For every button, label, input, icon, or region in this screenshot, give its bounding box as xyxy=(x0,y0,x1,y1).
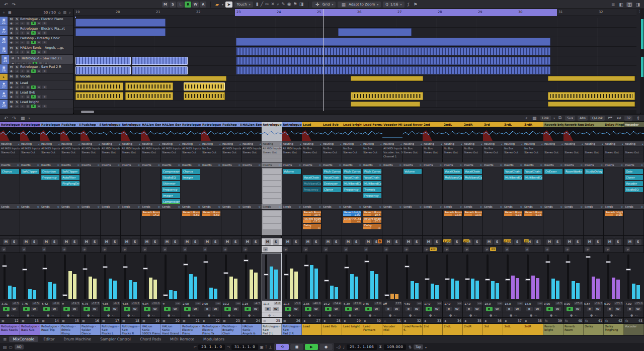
inserts-rack-header[interactable]: Inserts⊙ xyxy=(423,162,443,168)
write-automation-button[interactable]: W xyxy=(273,307,279,311)
channel-eq-curve[interactable] xyxy=(564,127,584,141)
routing-rack-header[interactable]: Routing◂ xyxy=(443,141,463,146)
insert-slot[interactable] xyxy=(263,199,281,204)
peak-value[interactable]: -8.0 xyxy=(52,302,60,305)
inserts-rack[interactable]: Inserts⊙ xyxy=(604,162,624,204)
write-automation-button[interactable]: W xyxy=(575,307,581,311)
filter-icon[interactable]: ▥ xyxy=(63,11,66,15)
mixer-channel[interactable]: HALion Sonic -Routing◂All MIDI InputsSte… xyxy=(141,122,161,335)
rack-bypass-icon[interactable]: ⊙ xyxy=(299,204,301,210)
home-icon[interactable]: ⌂ xyxy=(58,11,60,15)
instrument-button[interactable]: ▤ xyxy=(26,41,30,44)
record-enable-icon[interactable]: ● xyxy=(228,313,230,317)
routing-slot[interactable]: Stereo Out xyxy=(201,150,221,154)
fader-track[interactable] xyxy=(44,254,46,299)
solo-button[interactable]: S xyxy=(212,239,219,245)
record-enable-icon[interactable]: ● xyxy=(449,313,452,317)
track-row[interactable]: ▦21MSRetrologue - Electric Piano●◅e▤RW≣ xyxy=(0,17,73,26)
insert-slot[interactable]: VocalChain xyxy=(524,169,542,174)
fader-db-value[interactable]: -3.31 xyxy=(1,302,8,305)
read-automation-button[interactable]: R xyxy=(164,307,171,311)
fader-track[interactable] xyxy=(607,254,609,299)
instrument-button[interactable]: ▤ xyxy=(26,22,30,25)
solo-button[interactable]: S xyxy=(71,239,78,245)
inserts-rack-header[interactable]: Inserts⊙ xyxy=(382,162,403,168)
peak-value[interactable]: -∞ xyxy=(457,302,462,305)
mixer-channel[interactable]: Delay PingPongRouting◂Stereo OutInserts⊙… xyxy=(604,122,624,335)
fader-track[interactable] xyxy=(567,254,569,299)
rack-bypass-icon[interactable]: ⊙ xyxy=(138,204,140,210)
routing-slot[interactable]: All MIDI Inputs xyxy=(242,146,262,150)
insert-slot[interactable]: VocalChain xyxy=(504,169,522,174)
routing-rack-header[interactable]: Routing◂ xyxy=(181,141,201,146)
routing-slot[interactable]: All MIDI Inputs xyxy=(382,146,403,150)
read-automation-button[interactable]: R xyxy=(486,307,493,311)
insert-slot[interactable]: Distortion xyxy=(41,169,59,174)
write-automation-button[interactable]: W xyxy=(414,307,420,311)
edit-channel-button[interactable]: e xyxy=(62,247,66,251)
insert-slot[interactable]: MultibandCom..r xyxy=(343,181,361,186)
sends-rack[interactable]: Sends⊙ xyxy=(0,204,20,236)
record-enable-icon[interactable]: ● xyxy=(329,313,331,317)
routing-slot[interactable]: Stereo Out xyxy=(624,150,644,154)
read-automation-button[interactable]: R xyxy=(31,69,36,73)
routing-slot[interactable]: Vocoder: Ins. 3 xyxy=(382,150,403,154)
routing-slot[interactable] xyxy=(423,154,443,158)
send-slot[interactable] xyxy=(263,224,281,229)
send-slot[interactable]: Reverb Room-13.0 xyxy=(464,211,482,216)
sends-rack-header[interactable]: Sends⊙ xyxy=(181,204,201,210)
insert-slot[interactable]: VocalChain xyxy=(363,175,381,180)
routing-slot[interactable] xyxy=(262,154,282,158)
auto-a-button[interactable]: A xyxy=(200,2,206,8)
fader-area[interactable] xyxy=(342,253,362,301)
snap-type-dropdown[interactable]: ✛Grid▾ xyxy=(312,2,336,8)
event-clip[interactable] xyxy=(351,102,420,107)
comp-tool[interactable]: ⚑ xyxy=(292,2,298,7)
read-automation-button[interactable]: R xyxy=(406,307,412,311)
fader-db-value[interactable]: -∞ xyxy=(162,302,165,305)
routing-slot[interactable] xyxy=(463,154,483,158)
fader-track[interactable] xyxy=(507,254,509,299)
write-automation-button[interactable]: W xyxy=(293,307,299,311)
write-automation-button[interactable]: W xyxy=(71,307,78,311)
fader-area[interactable] xyxy=(0,253,20,301)
inserts-rack[interactable]: Inserts⊙ xyxy=(242,162,262,204)
mixer-channel[interactable]: Retrologue - El.Routing◂All MIDI InputsS… xyxy=(181,122,201,335)
stop-button[interactable]: ■ xyxy=(290,344,303,350)
mixer-channel[interactable]: Retrologue - S.Routing◂All MIDI InputsSt… xyxy=(282,122,302,335)
event-clip[interactable] xyxy=(548,92,634,100)
fader-area[interactable] xyxy=(523,253,543,301)
mute-button[interactable]: M xyxy=(84,239,90,245)
send-slot[interactable]: Reverb Room-13.0 xyxy=(444,211,462,216)
channel-eq-curve[interactable] xyxy=(80,127,101,141)
routing-slot[interactable]: All MIDI Inputs xyxy=(262,146,282,150)
record-enable-icon[interactable]: ● xyxy=(147,313,150,317)
channel-eq-curve[interactable] xyxy=(584,127,604,141)
rack-bypass-icon[interactable]: ⊙ xyxy=(17,204,19,210)
rack-bypass-icon[interactable]: ⊙ xyxy=(77,204,79,210)
fader-cap[interactable] xyxy=(244,259,249,261)
instrument-button[interactable]: ▤ xyxy=(26,95,30,99)
rack-bypass-icon[interactable]: ⊙ xyxy=(77,162,79,168)
color-tool[interactable]: ◨ xyxy=(298,2,305,7)
edit-channel-button[interactable]: e xyxy=(42,247,46,251)
lane-button[interactable]: ≣ xyxy=(42,85,47,89)
routing-rack[interactable]: Routing◂No BusStereo Out xyxy=(362,141,382,162)
channel-name-label[interactable]: Retrologue - SawPad 2 L xyxy=(262,324,282,335)
monitor-icon[interactable]: ◅ xyxy=(615,313,617,317)
channel-eq-curve[interactable] xyxy=(322,127,342,141)
solo-button[interactable]: S xyxy=(31,239,38,245)
routing-slot[interactable] xyxy=(221,154,242,158)
line-tool[interactable]: ╱ xyxy=(260,2,264,7)
channel-name-label[interactable]: HALion Sonic -Hard Grand Piano xyxy=(161,324,181,335)
sends-rack-header[interactable]: Sends⊙ xyxy=(20,204,40,210)
inserts-rack-header[interactable]: Inserts⊙ xyxy=(604,162,624,168)
fader-db-value[interactable]: -11.8 xyxy=(282,302,289,305)
fader-area[interactable] xyxy=(221,253,242,301)
fader-db-value[interactable]: -11.8 xyxy=(262,302,269,305)
read-automation-button[interactable]: R xyxy=(33,62,37,64)
edit-channel-button[interactable]: e xyxy=(183,247,187,251)
routing-rack-header[interactable]: Routing◂ xyxy=(161,141,181,146)
routing-rack[interactable]: Routing◂All MIDI InputsStereo Out xyxy=(282,141,302,162)
rack-bypass-icon[interactable]: ⊙ xyxy=(379,204,381,210)
